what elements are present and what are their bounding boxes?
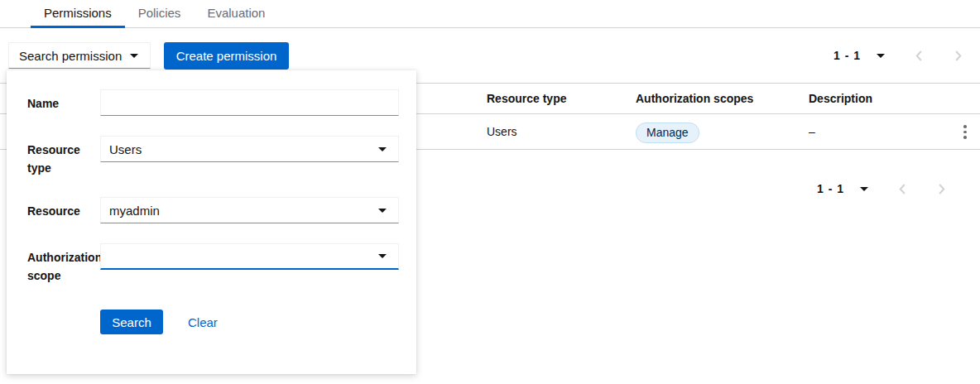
resource-select-value: myadmin <box>109 204 160 218</box>
tab-bar: Permissions Policies Evaluation <box>0 0 980 28</box>
form-row-name: Name <box>27 89 399 116</box>
pagination-next-button[interactable] <box>949 50 968 62</box>
tab-permissions[interactable]: Permissions <box>31 0 125 28</box>
tab-policies[interactable]: Policies <box>125 0 195 28</box>
cell-authorization-scopes: Manage <box>636 114 699 150</box>
caret-down-icon <box>378 147 387 151</box>
pagination-per-page-toggle[interactable] <box>873 50 888 61</box>
row-actions-kebab-button[interactable] <box>954 114 977 150</box>
search-permission-dropdown-toggle[interactable]: Search permission <box>8 42 151 69</box>
name-input[interactable] <box>100 89 399 116</box>
cell-resource-type: Users <box>487 114 517 150</box>
column-header-resource-type: Resource type <box>487 84 566 114</box>
search-permission-dropdown-label: Search permission <box>19 49 122 63</box>
caret-down-icon <box>130 54 138 58</box>
search-form-actions: Search Clear <box>27 310 399 334</box>
pagination-per-page-toggle[interactable] <box>857 184 872 194</box>
search-permission-panel: Name Resource type Users Resource myadmi… <box>7 70 416 374</box>
pagination-top: 1 - 1 <box>833 42 968 69</box>
chevron-right-icon <box>938 183 946 195</box>
authorization-scope-label: Authorization scope <box>27 243 100 285</box>
kebab-icon <box>963 125 967 128</box>
caret-down-icon <box>378 254 387 258</box>
resource-select[interactable]: myadmin <box>100 197 399 223</box>
tab-evaluation[interactable]: Evaluation <box>194 0 278 28</box>
cell-description: – <box>809 114 815 150</box>
search-button[interactable]: Search <box>100 310 163 334</box>
caret-down-icon <box>877 54 885 58</box>
chevron-right-icon <box>954 50 963 62</box>
authorization-scope-select[interactable] <box>100 243 399 270</box>
scope-badge: Manage <box>636 122 699 143</box>
resource-type-label: Resource type <box>27 136 100 177</box>
chevron-left-icon <box>915 50 923 62</box>
pagination-prev-button[interactable] <box>893 183 911 195</box>
caret-down-icon <box>860 187 868 191</box>
form-row-authorization-scope: Authorization scope <box>27 243 399 285</box>
chevron-left-icon <box>898 183 906 195</box>
resource-label: Resource <box>27 197 100 220</box>
permissions-page: Permissions Policies Evaluation Search p… <box>0 0 980 384</box>
column-header-description: Description <box>809 84 872 114</box>
caret-down-icon <box>378 209 387 213</box>
create-permission-button[interactable]: Create permission <box>164 42 289 70</box>
resource-type-select[interactable]: Users <box>100 136 399 162</box>
pagination-prev-button[interactable] <box>910 50 928 62</box>
form-row-resource: Resource myadmin <box>27 197 399 223</box>
form-row-resource-type: Resource type Users <box>27 136 399 177</box>
pagination-bottom: 1 - 1 <box>817 175 951 202</box>
pagination-range: 1 - 1 <box>817 182 844 195</box>
resource-type-select-value: Users <box>109 142 142 156</box>
pagination-range: 1 - 1 <box>833 49 861 62</box>
clear-button[interactable]: Clear <box>188 315 218 329</box>
name-label: Name <box>27 89 100 113</box>
column-header-authorization-scopes: Authorization scopes <box>636 84 753 114</box>
pagination-next-button[interactable] <box>933 183 951 195</box>
